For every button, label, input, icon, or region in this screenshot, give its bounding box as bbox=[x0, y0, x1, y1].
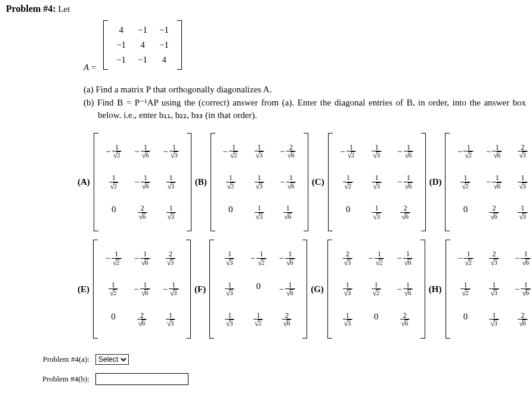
choice-matrix-cell: 1√3 bbox=[245, 136, 274, 167]
choice-matrix-cell: 2√6 bbox=[509, 305, 533, 335]
choice-matrix: −1√21√3−2√61√21√3−1√601√31√6 bbox=[211, 133, 308, 232]
problem-heading: Problem #4: Let bbox=[6, 4, 526, 14]
matrix-A-cell: 4 bbox=[153, 52, 175, 67]
choice-matrix-cell: 2√6 bbox=[391, 197, 420, 228]
choice-matrix-cell: 2√3 bbox=[480, 243, 509, 274]
choice-matrix-cell: 1√2 bbox=[362, 274, 391, 305]
choice-matrix-cell: 1√2 bbox=[216, 167, 245, 197]
choice-matrix-cell: −1√6 bbox=[274, 167, 302, 197]
matrix-A-cell: −1 bbox=[132, 23, 153, 38]
choice-matrix-cell: −1√6 bbox=[128, 136, 157, 167]
choice-matrix-cell: −1√2 bbox=[362, 243, 391, 274]
choice-matrix-cell: 0 bbox=[451, 197, 480, 228]
problem-number: Problem #4: bbox=[6, 4, 56, 14]
choice-matrix: 2√3−1√2−1√61√31√2−1√61√302√6 bbox=[327, 240, 425, 339]
choice-matrix-cell: −1√6 bbox=[128, 243, 156, 274]
answer-label-b: Problem #4(b): bbox=[30, 374, 95, 384]
choice-matrix-cell: 1√3 bbox=[508, 197, 532, 228]
choice-matrix-cell: 1√3 bbox=[215, 305, 244, 335]
choice-matrix-cell: 1√2 bbox=[334, 167, 363, 197]
choice-label: (B) bbox=[195, 177, 207, 187]
choice-matrix-cell: 1√3 bbox=[333, 305, 362, 335]
choice-matrix-cell: 1√2 bbox=[451, 274, 480, 305]
choice-matrix-cell: 1√3 bbox=[508, 167, 532, 197]
matrix-A-symbol: A bbox=[83, 63, 89, 72]
choice-matrix-cell: 2√3 bbox=[333, 243, 362, 274]
choice-matrix-cell: −1√6 bbox=[273, 243, 301, 274]
choice-matrix-cell: −1√6 bbox=[480, 136, 508, 167]
matrix-A: 4−1−1−14−1−1−14 bbox=[103, 20, 182, 70]
answer-label-a: Problem #4(a): bbox=[30, 355, 95, 364]
choice-matrix-cell: 0 bbox=[99, 305, 128, 335]
choice-matrix: −1√2−1√6−1√31√2−1√61√302√61√3 bbox=[94, 133, 191, 232]
matrix-A-cell: −1 bbox=[110, 38, 132, 52]
choice-matrix-cell: 2√6 bbox=[480, 197, 508, 228]
choice-matrix-cell: −1√3 bbox=[157, 136, 185, 167]
choice-matrix-cell: 2√6 bbox=[128, 197, 157, 228]
choice-matrix-cell: 0 bbox=[244, 274, 273, 305]
choice-matrix-cell: 1√3 bbox=[363, 136, 391, 167]
choice-matrix-cell: −1√2 bbox=[451, 136, 480, 167]
choice-matrix: 1√3−1√2−1√61√30−1√61√31√22√6 bbox=[209, 240, 307, 339]
choice-label: (E) bbox=[78, 284, 89, 294]
problem-let: Let bbox=[56, 4, 70, 14]
choice-matrix-cell: −1√6 bbox=[480, 167, 508, 197]
choice-label: (G) bbox=[311, 284, 324, 294]
choice-matrix-cell: 1√3 bbox=[333, 274, 362, 305]
choice-matrix-cell: 2√6 bbox=[273, 305, 301, 335]
choice-matrix-cell: 1√2 bbox=[451, 167, 480, 197]
answer-select-a[interactable]: Select bbox=[95, 354, 129, 365]
choice-matrix-cell: −1√2 bbox=[334, 136, 363, 167]
matrix-A-cell: −1 bbox=[153, 23, 175, 38]
choice-matrix-cell: 1√3 bbox=[363, 197, 391, 228]
choice-matrix-cell: −1√2 bbox=[244, 243, 273, 274]
choice-matrix: −1√2−1√62√31√2−1√6−1√302√61√3 bbox=[93, 240, 191, 339]
choice-matrix-cell: −1√6 bbox=[273, 274, 301, 305]
part-a-text: (a) Find a matrix P that orthogonally di… bbox=[83, 83, 526, 95]
choice-matrix-cell: 0 bbox=[362, 305, 391, 335]
choice-label: (C) bbox=[312, 177, 324, 187]
matrix-A-cell: 4 bbox=[110, 23, 132, 38]
choice-matrix-cell: 1√3 bbox=[245, 197, 274, 228]
choices-row: (A)−1√2−1√6−1√31√2−1√61√302√61√3(B)−1√21… bbox=[78, 133, 526, 232]
choice-matrix-cell: 2√3 bbox=[508, 136, 532, 167]
choice-matrix-cell: 0 bbox=[334, 197, 363, 228]
choice-matrix-cell: −1√2 bbox=[216, 136, 245, 167]
choice-matrix-cell: 1√3 bbox=[215, 274, 244, 305]
choice-matrix-cell: −1√2 bbox=[451, 243, 480, 274]
choice-matrix-cell: 1√6 bbox=[274, 197, 302, 228]
choice-matrix-cell: −1√6 bbox=[128, 274, 156, 305]
choice-matrix-cell: 0 bbox=[100, 197, 128, 228]
choice-matrix-cell: 1√3 bbox=[156, 305, 185, 335]
choice-matrix-cell: −1√6 bbox=[391, 167, 420, 197]
choice-matrix-cell: 1√3 bbox=[245, 167, 274, 197]
answer-input-b[interactable] bbox=[95, 373, 188, 385]
matrix-A-definition: A = 4−1−1−14−1−1−14 bbox=[83, 20, 526, 73]
answer-row-b: Problem #4(b): bbox=[30, 373, 526, 385]
choice-matrix-cell: 2√3 bbox=[156, 243, 185, 274]
problem-parts: (a) Find a matrix P that orthogonally di… bbox=[83, 83, 526, 121]
choice-matrix-cell: 1√2 bbox=[100, 167, 128, 197]
choice-matrix-cell: 1√3 bbox=[363, 167, 391, 197]
choice-matrix-cell: −1√6 bbox=[391, 274, 419, 305]
choice-matrix-cell: −1√6 bbox=[391, 243, 419, 274]
choice-matrix-cell: −2√6 bbox=[274, 136, 302, 167]
choice-matrix-cell: 1√2 bbox=[99, 274, 128, 305]
matrix-A-cell: −1 bbox=[110, 52, 132, 67]
choice-matrix-cell: 1√3 bbox=[157, 167, 185, 197]
choice-matrix-cell: 0 bbox=[216, 197, 245, 228]
choice-matrix-cell: 0 bbox=[451, 305, 480, 335]
choice-label: (F) bbox=[194, 284, 206, 294]
answer-row-a: Problem #4(a): Select bbox=[30, 354, 526, 365]
matrix-A-cell: −1 bbox=[132, 52, 153, 67]
choice-matrix-cell: −1√2 bbox=[99, 243, 128, 274]
choice-matrix-cell: 2√6 bbox=[128, 305, 156, 335]
choice-matrix-cell: 1√3 bbox=[215, 243, 244, 274]
choice-matrix-cell: 1√3 bbox=[480, 274, 509, 305]
choice-matrix-cell: 1√2 bbox=[244, 305, 273, 335]
equals-sign: = bbox=[89, 63, 96, 72]
part-b-text: (b) Find B = P⁻¹AP using the (correct) a… bbox=[83, 97, 526, 121]
choice-matrix-cell: −1√6 bbox=[509, 243, 533, 274]
choice-matrix-cell: −1√3 bbox=[156, 274, 185, 305]
choice-matrix-cell: −1√6 bbox=[391, 136, 420, 167]
